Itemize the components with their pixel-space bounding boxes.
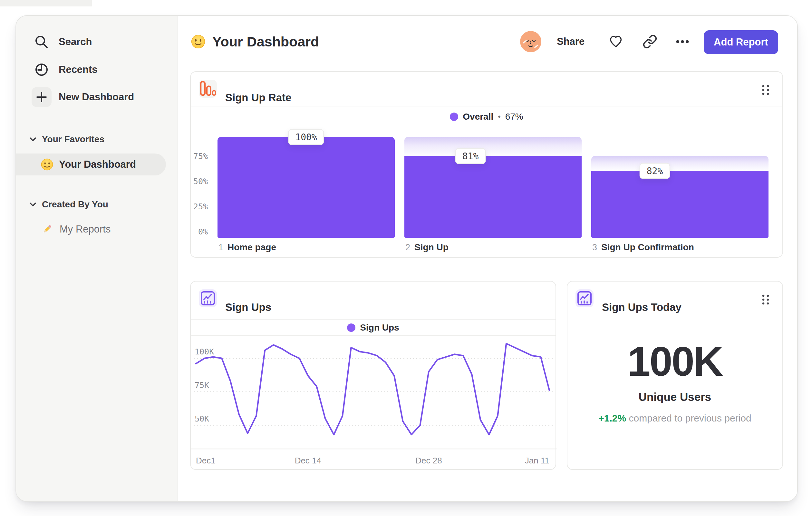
legend-series: Overall <box>463 112 493 122</box>
funnel-bar-ghost <box>591 156 768 171</box>
drag-handle-icon[interactable] <box>761 294 770 305</box>
app-window: Search Recents New Das <box>16 15 798 502</box>
ellipsis-icon <box>675 39 690 44</box>
smiley-emoji-icon <box>191 34 205 49</box>
card-divider <box>191 106 782 106</box>
metric-label: Unique Users <box>568 389 782 404</box>
smiley-emoji-icon <box>41 158 53 171</box>
x-axis-step-label: 3Sign Up Confirmation <box>592 242 694 253</box>
sidebar-item-label: Search <box>59 36 92 48</box>
legend-separator: • <box>498 112 500 121</box>
section-title: Your Favorites <box>42 134 105 144</box>
link-icon <box>642 34 657 49</box>
delta-description: compared to previous period <box>629 413 751 424</box>
plus-icon <box>32 87 52 107</box>
x-axis-tick: Dec 28 <box>415 456 442 465</box>
x-axis-tick: Dec 14 <box>295 456 321 465</box>
step-name: Sign Up <box>414 242 448 252</box>
sidebar-item-your-dashboard[interactable]: Your Dashboard <box>16 154 166 175</box>
metric-delta: +1.2% compared to previous period <box>568 412 782 425</box>
signups-card: Sign Ups Sign Ups 100K75K50KDec1Dec 14De… <box>190 281 556 470</box>
x-axis-tick: Dec1 <box>196 456 215 465</box>
drag-handle-icon[interactable] <box>761 84 770 96</box>
y-axis-tick: 50K <box>195 414 209 424</box>
more-options-button[interactable] <box>672 31 693 52</box>
y-axis-tick: 50% <box>191 177 208 186</box>
x-axis-step-label: 2Sign Up <box>405 242 448 253</box>
step-number: 1 <box>219 243 223 252</box>
y-axis-tick: 25% <box>191 202 208 212</box>
copy-link-button[interactable] <box>639 31 661 52</box>
step-name: Sign Up Confirmation <box>601 242 694 252</box>
bar-value-label: 81% <box>455 148 486 164</box>
legend-dot <box>450 113 458 121</box>
sidebar-item-my-reports[interactable]: My Reports <box>41 218 111 240</box>
bar-value-label: 82% <box>640 163 670 179</box>
y-axis-tick: 0% <box>191 227 208 237</box>
share-button[interactable]: Share <box>557 31 584 52</box>
clock-icon <box>32 60 52 80</box>
sidebar-item-label: New Dashboard <box>59 91 134 103</box>
bar-value-label: 100% <box>288 129 324 145</box>
screen: Search Recents New Das <box>0 0 812 516</box>
x-axis-tick: Jan 11 <box>525 456 549 465</box>
share-label: Share <box>557 36 584 47</box>
sidebar-item-recents[interactable]: Recents <box>32 60 98 80</box>
signups-series-line <box>196 344 549 434</box>
y-axis-tick: 75% <box>191 152 208 161</box>
heart-icon <box>608 34 624 49</box>
line-chart-svg <box>191 281 557 470</box>
sidebar-item-new-dashboard[interactable]: New Dashboard <box>32 87 134 107</box>
legend-value: 67% <box>505 112 523 122</box>
add-report-button[interactable]: Add Report <box>704 30 778 54</box>
delta-percent: +1.2% <box>598 413 626 424</box>
step-number: 2 <box>405 243 410 252</box>
signup-rate-card: Sign Up Rate Overall • 67% 75%50%25%0%10… <box>190 71 783 258</box>
y-axis-tick: 75K <box>195 381 209 390</box>
step-number: 3 <box>592 243 597 252</box>
sidebar: Search Recents New Das <box>16 16 178 501</box>
funnel-bar[interactable] <box>404 156 582 238</box>
x-axis-step-label: 1Home page <box>219 242 276 253</box>
search-icon <box>32 32 52 52</box>
card-title: Sign Ups Today <box>602 290 682 324</box>
funnel-bar-ghost <box>404 137 582 156</box>
sidebar-section-your-favorites[interactable]: Your Favorites <box>29 133 105 146</box>
section-title: Created By You <box>42 199 108 210</box>
sidebar-section-created-by-you[interactable]: Created By You <box>29 198 108 211</box>
signups-today-card: Sign Ups Today 100K Unique Users +1.2% c… <box>567 281 783 470</box>
funnel-bar[interactable] <box>591 171 768 238</box>
chevron-down-icon <box>29 202 37 207</box>
metric-value: 100K <box>568 339 782 384</box>
sidebar-item-label: Your Dashboard <box>59 159 136 170</box>
sidebar-item-label: My Reports <box>60 223 111 235</box>
step-name: Home page <box>228 242 276 252</box>
page-title-text: Your Dashboard <box>212 34 319 50</box>
favorite-heart-button[interactable] <box>605 31 627 52</box>
main-content: Your Dashboard Share <box>178 16 797 501</box>
pencil-emoji-icon <box>41 223 53 236</box>
y-axis-tick: 100K <box>195 347 214 357</box>
page-title: Your Dashboard <box>191 31 319 52</box>
chevron-down-icon <box>29 137 37 142</box>
line-chart-icon <box>576 289 593 307</box>
legend-overall[interactable]: Overall • 67% <box>191 109 782 124</box>
sidebar-item-search[interactable]: Search <box>32 32 92 52</box>
sidebar-item-label: Recents <box>59 64 98 76</box>
avatar[interactable] <box>520 31 541 52</box>
funnel-bar[interactable] <box>218 137 395 238</box>
background-window-edge <box>0 0 92 6</box>
funnel-chart-icon <box>199 80 217 98</box>
